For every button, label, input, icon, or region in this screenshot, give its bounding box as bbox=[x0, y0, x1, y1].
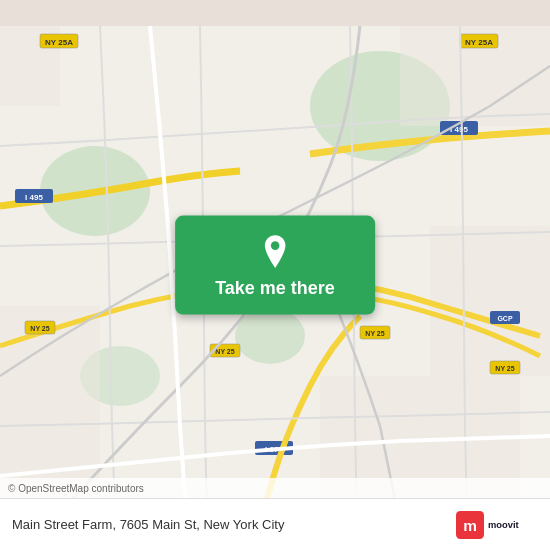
cta-overlay: Take me there bbox=[175, 216, 375, 315]
svg-text:moovit: moovit bbox=[488, 520, 519, 530]
svg-text:m: m bbox=[463, 517, 477, 534]
svg-text:NY 25: NY 25 bbox=[495, 365, 514, 372]
location-pin-icon bbox=[257, 234, 293, 270]
svg-text:NY 25: NY 25 bbox=[30, 325, 49, 332]
info-bar: Main Street Farm, 7605 Main St, New York… bbox=[0, 498, 550, 550]
take-me-there-button[interactable]: Take me there bbox=[175, 216, 375, 315]
svg-text:NY 25: NY 25 bbox=[365, 330, 384, 337]
cta-label: Take me there bbox=[215, 278, 335, 299]
svg-text:NY 25A: NY 25A bbox=[45, 38, 73, 47]
svg-text:GCP: GCP bbox=[497, 315, 513, 322]
svg-text:NY 25A: NY 25A bbox=[465, 38, 493, 47]
svg-point-32 bbox=[271, 241, 280, 250]
address-text: Main Street Farm, 7605 Main St, New York… bbox=[12, 517, 284, 532]
map-container: I 495 I 495 GCP GCP NY 25A NY 25A NY 25 … bbox=[0, 0, 550, 550]
svg-text:NY 25: NY 25 bbox=[215, 348, 234, 355]
svg-text:I 495: I 495 bbox=[25, 193, 43, 202]
moovit-logo: m moovit bbox=[456, 511, 538, 539]
attribution-bar: © OpenStreetMap contributors bbox=[0, 478, 550, 498]
moovit-wordmark: moovit bbox=[488, 516, 538, 534]
svg-point-3 bbox=[235, 308, 305, 364]
moovit-logo-icon: m bbox=[456, 511, 484, 539]
attribution-text: © OpenStreetMap contributors bbox=[8, 483, 144, 494]
